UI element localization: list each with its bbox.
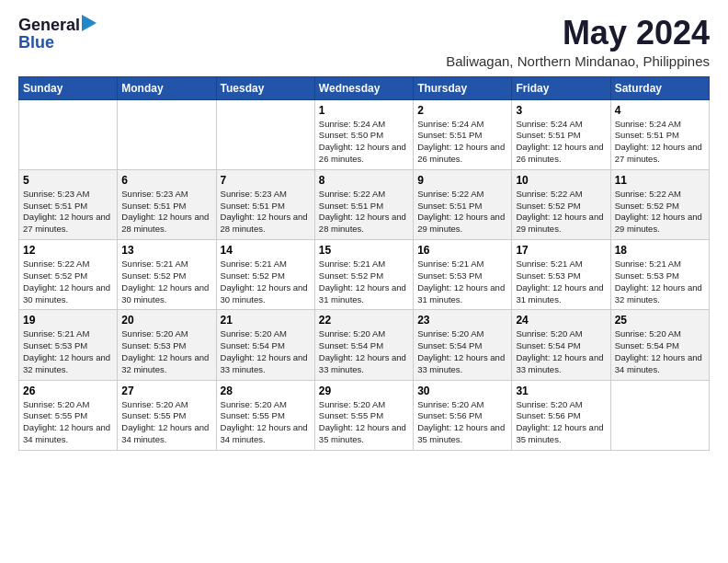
day-number: 14 — [221, 244, 311, 257]
day-info: Sunrise: 5:21 AMSunset: 5:53 PMDaylight:… — [615, 259, 705, 305]
table-row: 24Sunrise: 5:20 AMSunset: 5:54 PMDayligh… — [512, 310, 610, 380]
day-info: Sunrise: 5:21 AMSunset: 5:53 PMDaylight:… — [516, 259, 606, 305]
table-row: 4Sunrise: 5:24 AMSunset: 5:51 PMDaylight… — [610, 99, 709, 169]
header-monday: Monday — [118, 76, 216, 99]
table-row: 28Sunrise: 5:20 AMSunset: 5:55 PMDayligh… — [216, 380, 314, 450]
day-number: 31 — [516, 385, 606, 397]
day-number: 25 — [615, 314, 705, 327]
day-number: 21 — [221, 314, 311, 327]
day-info: Sunrise: 5:21 AMSunset: 5:53 PMDaylight:… — [417, 259, 507, 305]
day-info: Sunrise: 5:23 AMSunset: 5:51 PMDaylight:… — [221, 189, 311, 236]
day-number: 20 — [121, 314, 211, 327]
svg-marker-0 — [82, 15, 97, 31]
day-info: Sunrise: 5:22 AMSunset: 5:52 PMDaylight:… — [23, 259, 113, 305]
table-row: 25Sunrise: 5:20 AMSunset: 5:54 PMDayligh… — [610, 310, 709, 380]
header-wednesday: Wednesday — [314, 76, 413, 99]
calendar-row: 19Sunrise: 5:21 AMSunset: 5:53 PMDayligh… — [19, 310, 710, 380]
day-info: Sunrise: 5:20 AMSunset: 5:54 PMDaylight:… — [319, 328, 409, 375]
day-info: Sunrise: 5:20 AMSunset: 5:54 PMDaylight:… — [516, 328, 606, 375]
header-friday: Friday — [512, 76, 610, 99]
day-number: 29 — [319, 385, 409, 397]
day-number: 23 — [417, 314, 507, 327]
table-row: 3Sunrise: 5:24 AMSunset: 5:51 PMDaylight… — [512, 99, 610, 169]
table-row: 27Sunrise: 5:20 AMSunset: 5:55 PMDayligh… — [118, 380, 216, 450]
header-tuesday: Tuesday — [216, 76, 314, 99]
day-number: 28 — [221, 385, 311, 397]
day-info: Sunrise: 5:21 AMSunset: 5:52 PMDaylight:… — [221, 259, 311, 305]
table-row: 30Sunrise: 5:20 AMSunset: 5:56 PMDayligh… — [414, 380, 512, 450]
header-sunday: Sunday — [19, 76, 118, 99]
table-row: 13Sunrise: 5:21 AMSunset: 5:52 PMDayligh… — [118, 240, 216, 310]
calendar-table: Sunday Monday Tuesday Wednesday Thursday… — [18, 76, 710, 451]
header-saturday: Saturday — [610, 76, 709, 99]
page: General Blue May 2024 Baliwagan, Norther… — [0, 0, 728, 563]
table-row: 9Sunrise: 5:22 AMSunset: 5:51 PMDaylight… — [414, 169, 512, 239]
calendar-row: 12Sunrise: 5:22 AMSunset: 5:52 PMDayligh… — [19, 240, 710, 310]
day-info: Sunrise: 5:23 AMSunset: 5:51 PMDaylight:… — [23, 189, 113, 236]
table-row: 23Sunrise: 5:20 AMSunset: 5:54 PMDayligh… — [414, 310, 512, 380]
day-number: 11 — [615, 174, 705, 187]
day-info: Sunrise: 5:20 AMSunset: 5:54 PMDaylight:… — [417, 328, 507, 375]
table-row: 1Sunrise: 5:24 AMSunset: 5:50 PMDaylight… — [314, 99, 413, 169]
table-row: 26Sunrise: 5:20 AMSunset: 5:55 PMDayligh… — [19, 380, 118, 450]
header: General Blue May 2024 Baliwagan, Norther… — [18, 15, 710, 69]
table-row: 14Sunrise: 5:21 AMSunset: 5:52 PMDayligh… — [216, 240, 314, 310]
day-number: 30 — [417, 385, 507, 397]
calendar-row: 26Sunrise: 5:20 AMSunset: 5:55 PMDayligh… — [19, 380, 710, 450]
day-number: 26 — [23, 385, 113, 397]
table-row: 2Sunrise: 5:24 AMSunset: 5:51 PMDaylight… — [414, 99, 512, 169]
month-year-title: May 2024 — [446, 15, 710, 52]
logo: General Blue — [18, 15, 97, 52]
day-info: Sunrise: 5:21 AMSunset: 5:53 PMDaylight:… — [23, 328, 113, 375]
logo-arrow-icon — [82, 15, 97, 35]
table-row: 8Sunrise: 5:22 AMSunset: 5:51 PMDaylight… — [314, 169, 413, 239]
table-row: 7Sunrise: 5:23 AMSunset: 5:51 PMDaylight… — [216, 169, 314, 239]
logo-general: General — [18, 16, 80, 35]
day-info: Sunrise: 5:22 AMSunset: 5:51 PMDaylight:… — [417, 189, 507, 236]
day-info: Sunrise: 5:24 AMSunset: 5:50 PMDaylight:… — [319, 119, 409, 166]
table-row: 5Sunrise: 5:23 AMSunset: 5:51 PMDaylight… — [19, 169, 118, 239]
day-info: Sunrise: 5:22 AMSunset: 5:52 PMDaylight:… — [615, 189, 705, 236]
table-row — [216, 99, 314, 169]
day-info: Sunrise: 5:20 AMSunset: 5:54 PMDaylight:… — [615, 328, 705, 375]
day-number: 6 — [121, 174, 211, 187]
calendar-row: 5Sunrise: 5:23 AMSunset: 5:51 PMDaylight… — [19, 169, 710, 239]
day-number: 17 — [516, 244, 606, 257]
day-number: 1 — [319, 104, 409, 117]
day-number: 12 — [23, 244, 113, 257]
day-info: Sunrise: 5:22 AMSunset: 5:52 PMDaylight:… — [516, 189, 606, 236]
table-row — [118, 99, 216, 169]
day-info: Sunrise: 5:20 AMSunset: 5:55 PMDaylight:… — [221, 399, 311, 446]
day-number: 7 — [221, 174, 311, 187]
day-info: Sunrise: 5:20 AMSunset: 5:56 PMDaylight:… — [417, 399, 507, 446]
location-title: Baliwagan, Northern Mindanao, Philippine… — [446, 53, 710, 69]
table-row: 6Sunrise: 5:23 AMSunset: 5:51 PMDaylight… — [118, 169, 216, 239]
day-number: 19 — [23, 314, 113, 327]
weekday-header-row: Sunday Monday Tuesday Wednesday Thursday… — [19, 76, 710, 99]
day-info: Sunrise: 5:20 AMSunset: 5:56 PMDaylight:… — [516, 399, 606, 446]
day-number: 13 — [121, 244, 211, 257]
calendar-row: 1Sunrise: 5:24 AMSunset: 5:50 PMDaylight… — [19, 99, 710, 169]
day-number: 3 — [516, 104, 606, 117]
day-number: 2 — [417, 104, 507, 117]
day-info: Sunrise: 5:20 AMSunset: 5:55 PMDaylight:… — [319, 399, 409, 446]
day-info: Sunrise: 5:22 AMSunset: 5:51 PMDaylight:… — [319, 189, 409, 236]
table-row: 18Sunrise: 5:21 AMSunset: 5:53 PMDayligh… — [610, 240, 709, 310]
day-number: 18 — [615, 244, 705, 257]
day-info: Sunrise: 5:23 AMSunset: 5:51 PMDaylight:… — [121, 189, 211, 236]
day-number: 27 — [121, 385, 211, 397]
table-row: 16Sunrise: 5:21 AMSunset: 5:53 PMDayligh… — [414, 240, 512, 310]
day-info: Sunrise: 5:20 AMSunset: 5:55 PMDaylight:… — [121, 399, 211, 446]
day-info: Sunrise: 5:21 AMSunset: 5:52 PMDaylight:… — [319, 259, 409, 305]
day-number: 15 — [319, 244, 409, 257]
table-row: 10Sunrise: 5:22 AMSunset: 5:52 PMDayligh… — [512, 169, 610, 239]
table-row: 20Sunrise: 5:20 AMSunset: 5:53 PMDayligh… — [118, 310, 216, 380]
table-row: 22Sunrise: 5:20 AMSunset: 5:54 PMDayligh… — [314, 310, 413, 380]
table-row: 21Sunrise: 5:20 AMSunset: 5:54 PMDayligh… — [216, 310, 314, 380]
table-row: 17Sunrise: 5:21 AMSunset: 5:53 PMDayligh… — [512, 240, 610, 310]
table-row — [19, 99, 118, 169]
day-info: Sunrise: 5:24 AMSunset: 5:51 PMDaylight:… — [516, 119, 606, 166]
table-row — [610, 380, 709, 450]
day-info: Sunrise: 5:24 AMSunset: 5:51 PMDaylight:… — [615, 119, 705, 166]
day-number: 22 — [319, 314, 409, 327]
